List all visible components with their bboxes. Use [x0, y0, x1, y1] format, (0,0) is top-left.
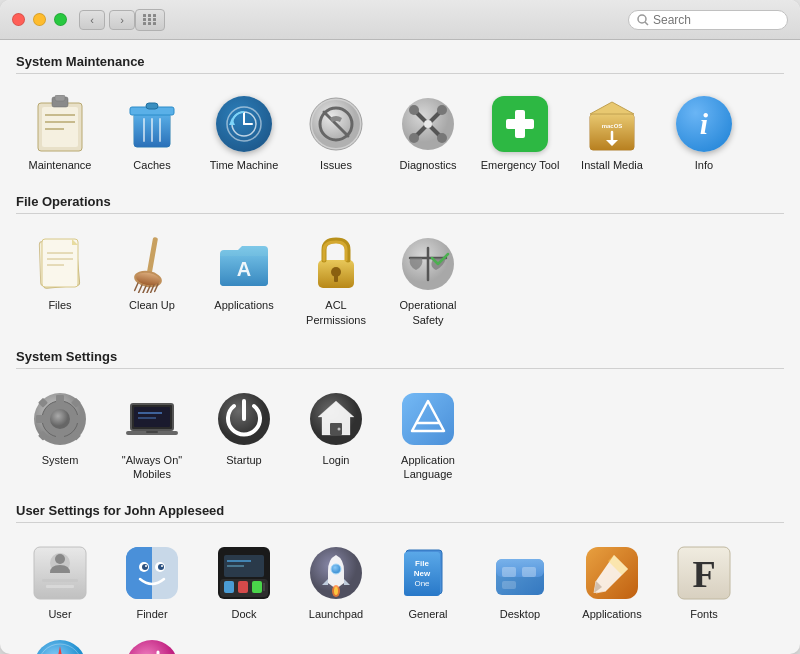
applications-us-icon — [584, 545, 640, 601]
application-language-label: Application Language — [388, 453, 468, 482]
item-operational-safety[interactable]: Operational Safety — [384, 228, 472, 331]
item-fonts[interactable]: F Fonts — [660, 537, 748, 625]
minimize-button[interactable] — [33, 13, 46, 26]
login-label: Login — [323, 453, 350, 467]
always-on-mobiles-label: "Always On" Mobiles — [112, 453, 192, 482]
item-launchpad[interactable]: Launchpad — [292, 537, 380, 625]
svg-text:File: File — [415, 559, 429, 568]
item-applications-us[interactable]: Applications — [568, 537, 656, 625]
svg-text:A: A — [237, 258, 251, 280]
item-emergency-tool[interactable]: Emergency Tool — [476, 88, 564, 176]
item-system[interactable]: System — [16, 383, 104, 486]
applications-fo-label: Applications — [214, 298, 273, 312]
dock-icon-img — [214, 543, 274, 603]
svg-point-31 — [409, 133, 419, 143]
item-dock[interactable]: Dock — [200, 537, 288, 625]
item-diagnostics[interactable]: Diagnostics — [384, 88, 472, 176]
always-on-mobiles-icon-img — [122, 389, 182, 449]
item-applications-fo[interactable]: A — [200, 228, 288, 331]
maintenance-icon — [34, 95, 86, 153]
operational-safety-label: Operational Safety — [388, 298, 468, 327]
item-files[interactable]: Files — [16, 228, 104, 331]
clean-up-label: Clean Up — [129, 298, 175, 312]
forward-button[interactable]: › — [109, 10, 135, 30]
svg-text:One: One — [414, 579, 430, 588]
clean-up-icon — [126, 235, 178, 293]
item-itunes[interactable]: iTunes — [108, 630, 196, 654]
launchpad-icon — [308, 545, 364, 601]
item-issues[interactable]: Issues — [292, 88, 380, 176]
acl-permissions-icon-img — [306, 234, 366, 294]
install-media-icon: macOS — [584, 94, 640, 154]
back-button[interactable]: ‹ — [79, 10, 105, 30]
acl-permissions-icon — [308, 234, 364, 294]
svg-point-138 — [126, 640, 178, 654]
svg-rect-124 — [502, 581, 516, 589]
item-startup[interactable]: Startup — [200, 383, 288, 486]
svg-rect-67 — [76, 415, 84, 423]
svg-rect-106 — [252, 581, 262, 593]
item-info[interactable]: i Info — [660, 88, 748, 176]
item-login[interactable]: Login — [292, 383, 380, 486]
fonts-label: Fonts — [690, 607, 718, 621]
item-caches[interactable]: Caches — [108, 88, 196, 176]
item-general[interactable]: File New One General — [384, 537, 472, 625]
svg-point-112 — [331, 564, 341, 574]
item-maintenance[interactable]: Maintenance — [16, 88, 104, 176]
safari-icon-img — [30, 636, 90, 654]
caches-label: Caches — [133, 158, 170, 172]
item-clean-up[interactable]: Clean Up — [108, 228, 196, 331]
item-acl-permissions[interactable]: ACL Permissions — [292, 228, 380, 331]
search-icon — [637, 14, 649, 26]
startup-icon-img — [214, 389, 274, 449]
issues-icon — [308, 96, 364, 152]
svg-text:F: F — [692, 553, 715, 595]
general-icon-img: File New One — [398, 543, 458, 603]
search-input[interactable] — [653, 13, 773, 27]
diagnostics-icon — [400, 96, 456, 152]
application-language-icon-img — [398, 389, 458, 449]
operational-safety-icon — [400, 236, 456, 292]
svg-rect-34 — [506, 119, 534, 129]
launchpad-icon-img — [306, 543, 366, 603]
search-bar[interactable] — [628, 10, 788, 30]
itunes-icon — [124, 638, 180, 654]
desktop-label: Desktop — [500, 607, 540, 621]
grid-view-button[interactable] — [135, 9, 165, 31]
item-user[interactable]: User — [16, 537, 104, 625]
svg-rect-91 — [42, 579, 78, 582]
svg-rect-58 — [334, 274, 338, 282]
close-button[interactable] — [12, 13, 25, 26]
item-time-machine[interactable]: Time Machine — [200, 88, 288, 176]
acl-permissions-label: ACL Permissions — [296, 298, 376, 327]
main-window: ‹ › System Maintenance — [0, 0, 800, 654]
item-desktop[interactable]: Desktop — [476, 537, 564, 625]
general-label: General — [408, 607, 447, 621]
svg-point-72 — [50, 409, 70, 429]
startup-icon — [216, 391, 272, 447]
applications-fo-icon: A — [216, 236, 272, 292]
svg-point-28 — [409, 105, 419, 115]
maximize-button[interactable] — [54, 13, 67, 26]
dock-icon — [216, 545, 272, 601]
content-area: System Maintenance — [0, 40, 800, 654]
item-application-language[interactable]: Application Language — [384, 383, 472, 486]
item-finder[interactable]: Finder — [108, 537, 196, 625]
svg-point-0 — [638, 15, 646, 23]
caches-icon — [126, 95, 178, 153]
info-icon: i — [676, 96, 732, 152]
section-user-settings: User Settings for John Appleseed — [16, 503, 784, 654]
item-install-media[interactable]: macOS Install Media — [568, 88, 656, 176]
svg-rect-79 — [146, 431, 158, 433]
system-icon-img — [30, 389, 90, 449]
item-safari[interactable]: Safari — [16, 630, 104, 654]
svg-line-50 — [139, 285, 142, 293]
svg-point-30 — [437, 105, 447, 115]
desktop-icon-img — [490, 543, 550, 603]
svg-point-114 — [334, 587, 338, 595]
item-always-on-mobiles[interactable]: "Always On" Mobiles — [108, 383, 196, 486]
time-machine-icon — [216, 96, 272, 152]
svg-point-29 — [437, 133, 447, 143]
svg-point-90 — [55, 554, 65, 564]
titlebar: ‹ › — [0, 0, 800, 40]
